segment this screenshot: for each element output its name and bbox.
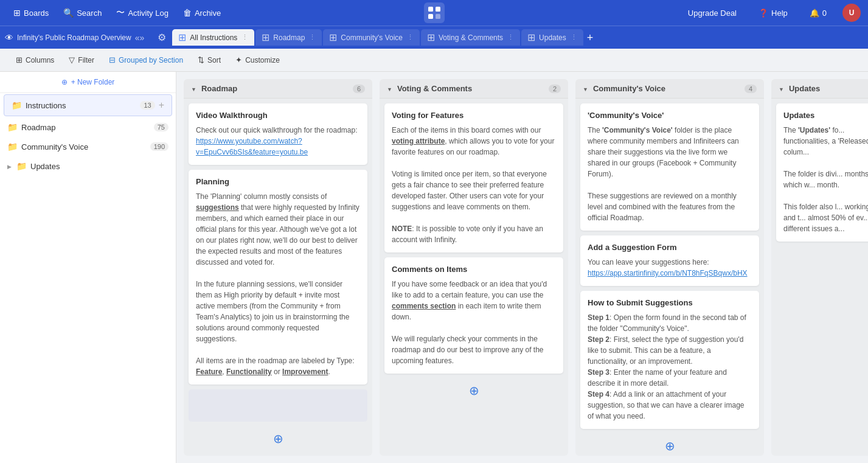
svg-rect-2 bbox=[428, 14, 433, 19]
tab-icon: ⊞ bbox=[178, 32, 186, 43]
card-placeholder bbox=[189, 389, 367, 422]
new-folder-button[interactable]: ⊕ + New Folder bbox=[0, 72, 176, 93]
sidebar-item-updates[interactable]: 📁 Updates bbox=[0, 156, 176, 176]
voting-comments-column: Voting & Comments 2 Voting for Features … bbox=[380, 79, 568, 456]
sidebar-item-roadmap[interactable]: 📁 Roadmap 75 bbox=[0, 117, 176, 137]
grouped-by-section-button[interactable]: ⊟ Grouped by Section bbox=[103, 52, 189, 68]
collapse-button[interactable] bbox=[779, 85, 784, 93]
boards-icon: ⊞ bbox=[13, 8, 21, 18]
card-voting-features: Voting for Features Each of the items in… bbox=[384, 103, 563, 252]
svg-rect-1 bbox=[436, 7, 440, 12]
communitys-voice-column: Community's Voice 4 'Community's Voice' … bbox=[575, 79, 764, 456]
nav-boards[interactable]: ⊞ Boards bbox=[7, 5, 55, 21]
activity-icon: 〜 bbox=[116, 7, 125, 18]
folder-icon: 📁 bbox=[7, 142, 18, 151]
search-icon: 🔍 bbox=[63, 8, 74, 18]
tab-icon: ⊞ bbox=[262, 32, 269, 43]
sidebar: ⊕ + New Folder 📁 Instructions 13 + 📁 Roa… bbox=[0, 72, 176, 463]
svg-rect-3 bbox=[436, 14, 440, 19]
tab-roadmap[interactable]: ⊞ Roadmap ⋮ bbox=[255, 29, 322, 46]
collapse-button[interactable] bbox=[583, 85, 588, 93]
tab-icon: ⊞ bbox=[329, 32, 337, 43]
customize-icon: ✦ bbox=[235, 55, 242, 64]
communitys-voice-column-body: 'Community's Voice' The 'Community's Voi… bbox=[575, 99, 764, 456]
nav-left: ⊞ Boards 🔍 Search 〜 Activity Log 🗑 Archi… bbox=[7, 4, 227, 21]
card-video-walkthrough: Video Walkthrough Check out our quick wa… bbox=[189, 103, 367, 165]
roadmap-column: Roadmap 6 Video Walkthrough Check out ou… bbox=[184, 79, 372, 456]
eye-icon: 👁 bbox=[5, 33, 13, 43]
updates-column-body: Updates The 'Updates' fo... functionalit… bbox=[771, 99, 868, 456]
card-updates-info: Updates The 'Updates' fo... functionalit… bbox=[776, 103, 868, 242]
nav-right: Upgrade Deal ❓ Help 🔔 0 U bbox=[682, 4, 861, 22]
folder-icon: 📁 bbox=[12, 100, 22, 110]
suggestion-form-link[interactable]: https://app.startinfinity.com/b/NT8hFqSB… bbox=[588, 269, 748, 277]
nav-search[interactable]: 🔍 Search bbox=[57, 5, 108, 21]
add-tab-button[interactable]: + bbox=[585, 32, 596, 43]
card-add-suggestion-form: Add a Suggestion Form You can leave your… bbox=[580, 235, 759, 286]
sidebar-add-icon[interactable]: + bbox=[159, 100, 164, 111]
archive-icon: 🗑 bbox=[183, 8, 192, 18]
board-nav-left: 👁 Infinity's Public Roadmap Overview «» bbox=[5, 33, 144, 43]
tab-communitys-voice[interactable]: ⊞ Community's Voice ⋮ bbox=[323, 29, 420, 46]
youtube-link[interactable]: https://www.youtube.com/watch?v=EpuCvv6b… bbox=[196, 137, 308, 156]
sidebar-item-instructions[interactable]: 📁 Instructions 13 + bbox=[4, 94, 172, 116]
board-tabs: ⊞ All Instructions ⋮ ⊞ Roadmap ⋮ ⊞ Commu… bbox=[172, 29, 863, 46]
voting-comments-column-body: Voting for Features Each of the items in… bbox=[380, 99, 568, 456]
communitys-voice-add-button[interactable]: ⊕ bbox=[580, 434, 759, 456]
plus-icon: ⊕ bbox=[61, 78, 68, 86]
svg-rect-0 bbox=[428, 7, 433, 12]
columns-button[interactable]: ⊞ Columns bbox=[10, 52, 60, 68]
collapse-icon[interactable]: «» bbox=[135, 33, 145, 43]
user-avatar[interactable]: U bbox=[842, 4, 861, 22]
content-area: Roadmap 6 Video Walkthrough Check out ou… bbox=[176, 72, 868, 463]
roadmap-add-button[interactable]: ⊕ bbox=[189, 426, 367, 451]
filter-button[interactable]: ▽ Filter bbox=[63, 52, 100, 68]
board-row: 👁 Infinity's Public Roadmap Overview «» … bbox=[0, 26, 868, 49]
main-layout: ⊕ + New Folder 📁 Instructions 13 + 📁 Roa… bbox=[0, 72, 868, 463]
sort-button[interactable]: ⇅ Sort bbox=[192, 52, 227, 68]
collapse-button[interactable] bbox=[191, 85, 196, 93]
tab-updates[interactable]: ⊞ Updates ⋮ bbox=[521, 29, 583, 46]
sidebar-item-communitys-voice[interactable]: 📁 Community's Voice 190 bbox=[0, 137, 176, 156]
group-icon: ⊟ bbox=[109, 55, 116, 64]
folder-icon: 📁 bbox=[16, 161, 27, 171]
columns-icon: ⊞ bbox=[16, 55, 23, 64]
customize-button[interactable]: ✦ Customize bbox=[229, 52, 286, 68]
card-how-to-submit: How to Submit Suggestions Step 1: Open t… bbox=[580, 291, 759, 429]
voting-add-button[interactable]: ⊕ bbox=[384, 378, 563, 403]
notifications-button[interactable]: 🔔 0 bbox=[804, 5, 833, 21]
top-navigation: ⊞ Boards 🔍 Search 〜 Activity Log 🗑 Archi… bbox=[0, 0, 868, 26]
bell-icon: 🔔 bbox=[810, 9, 819, 18]
tab-voting-comments[interactable]: ⊞ Voting & Comments ⋮ bbox=[421, 29, 520, 46]
card-planning: Planning The 'Planning' column mostly co… bbox=[189, 170, 367, 385]
tab-icon: ⊞ bbox=[527, 32, 535, 43]
filter-icon: ▽ bbox=[69, 55, 75, 64]
expand-icon bbox=[7, 163, 12, 170]
folder-icon: 📁 bbox=[7, 122, 18, 132]
upgrade-deal-button[interactable]: Upgrade Deal bbox=[682, 5, 743, 21]
collapse-button[interactable] bbox=[387, 85, 392, 93]
roadmap-column-header: Roadmap 6 bbox=[184, 79, 372, 99]
app-logo[interactable] bbox=[424, 2, 445, 23]
sort-icon: ⇅ bbox=[198, 55, 204, 64]
tab-icon: ⊞ bbox=[427, 32, 435, 43]
settings-icon[interactable]: ⚙ bbox=[154, 30, 170, 44]
help-icon: ❓ bbox=[759, 9, 768, 18]
help-button[interactable]: ❓ Help bbox=[752, 5, 794, 21]
updates-column: Updates Updates The 'Updates' fo... func… bbox=[771, 79, 868, 456]
tab-all-instructions[interactable]: ⊞ All Instructions ⋮ bbox=[172, 29, 254, 46]
roadmap-column-body: Video Walkthrough Check out our quick wa… bbox=[184, 99, 372, 456]
card-comments-items: Comments on Items If you have some feedb… bbox=[384, 257, 563, 374]
voting-comments-column-header: Voting & Comments 2 bbox=[380, 79, 568, 99]
communitys-voice-column-header: Community's Voice 4 bbox=[575, 79, 764, 99]
updates-column-header: Updates bbox=[771, 79, 868, 99]
nav-activity-log[interactable]: 〜 Activity Log bbox=[110, 4, 174, 21]
nav-archive[interactable]: 🗑 Archive bbox=[177, 5, 227, 21]
toolbar: ⊞ Columns ▽ Filter ⊟ Grouped by Section … bbox=[0, 49, 868, 72]
card-communitys-voice-info: 'Community's Voice' The 'Community's Voi… bbox=[580, 103, 759, 231]
